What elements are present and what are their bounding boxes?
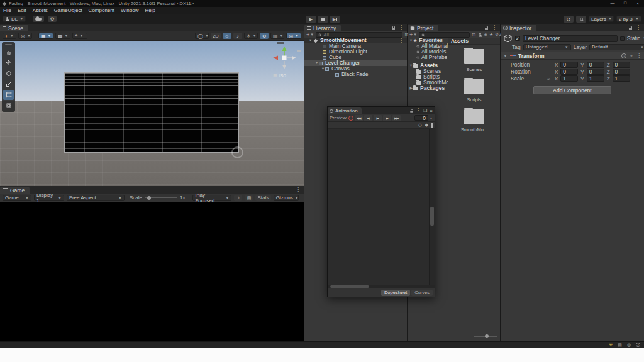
camera-view-dropdown[interactable]: ▥▼ — [270, 33, 284, 39]
render-doodad-dropdown[interactable]: ◯▼ — [195, 33, 209, 39]
menu-gameobject[interactable]: GameObject — [51, 8, 86, 13]
menu-window[interactable]: Window — [118, 8, 142, 13]
object-name-input[interactable] — [523, 35, 618, 42]
position-x-input[interactable] — [560, 62, 578, 68]
console-icon[interactable]: ▤ — [618, 343, 622, 348]
play-animation-button[interactable]: ▶ — [374, 115, 382, 121]
move-tool-button[interactable] — [3, 58, 14, 68]
game-gizmos-dropdown[interactable]: Gizmos▼ — [274, 195, 299, 201]
grid-item-scripts[interactable]: Scripts — [448, 79, 500, 102]
overlay-drag-handle[interactable] — [5, 44, 12, 45]
static-checkbox[interactable] — [620, 36, 625, 41]
active-checkbox[interactable]: ✓ — [515, 36, 520, 41]
favorite-all-prefabs[interactable]: All Prefabs — [408, 55, 448, 60]
activity-icon[interactable]: ✳ — [609, 343, 613, 348]
cloud-status-icon[interactable]: ◍ — [627, 343, 631, 348]
open-search-icon[interactable]: ⊞ — [472, 32, 476, 38]
rotate-tool-button[interactable] — [3, 69, 14, 79]
grid-item-smoothmovement[interactable]: SmoothMo... — [448, 109, 500, 133]
account-dropdown[interactable]: DL ▼ — [3, 16, 26, 22]
frame-input[interactable] — [414, 115, 428, 121]
packages-row[interactable]: ▶ Packages — [408, 85, 448, 91]
add-event-icon[interactable]: ◆ — [425, 123, 428, 128]
step-button[interactable]: ▶ — [330, 16, 340, 23]
settings-button[interactable]: ⚙ — [48, 16, 57, 22]
project-menu-icon[interactable]: ⋮ — [492, 25, 497, 30]
toggle-2d-button[interactable]: 2D — [211, 33, 221, 39]
foldout-icon[interactable]: ▼ — [409, 38, 413, 43]
hierarchy-item-level-changer[interactable]: ▼ Level Changer — [304, 60, 407, 66]
transform-header[interactable]: ▼ Transform ? ⌖ ⋮ — [501, 52, 644, 60]
effects-dropdown[interactable]: ✳▼ — [244, 33, 258, 39]
foldout-icon[interactable]: ▼ — [308, 38, 313, 43]
foldout-icon[interactable]: ▼ — [321, 66, 325, 72]
minimize-button[interactable]: — — [606, 1, 619, 6]
uniform-scale-link-icon[interactable]: ∞ — [547, 77, 552, 81]
lock-icon[interactable] — [629, 28, 632, 30]
rotation-z-input[interactable] — [613, 69, 630, 75]
prev-frame-button[interactable]: ◀ — [364, 115, 372, 121]
tab-scene[interactable]: Scene — [0, 25, 28, 31]
snap-settings-dropdown[interactable]: ▩▼ — [55, 33, 70, 39]
pause-button[interactable] — [318, 16, 328, 23]
display-target-dropdown[interactable]: Display 1▼ — [34, 195, 64, 201]
lock-icon[interactable] — [485, 28, 488, 30]
gizmos-dropdown[interactable]: ◎▼ — [286, 33, 301, 39]
filter-icon[interactable]: ▼ — [430, 116, 433, 120]
tab-animation[interactable]: Animation — [328, 107, 362, 114]
event-marker-icon[interactable] — [431, 123, 433, 128]
scale-slider-thumb[interactable] — [147, 196, 151, 200]
play-button[interactable]: ▶ — [306, 16, 316, 23]
goto-last-frame-button[interactable]: ▶▶ — [392, 115, 401, 121]
folder-scripts[interactable]: Scripts — [408, 74, 448, 80]
global-search-button[interactable] — [576, 16, 586, 23]
lock-icon[interactable] — [410, 111, 413, 113]
timeline-scrollbar-thumb[interactable] — [430, 207, 434, 226]
menu-assets[interactable]: Assets — [30, 8, 51, 13]
tag-dropdown[interactable]: Untagged▼ — [523, 44, 571, 50]
rotation-y-input[interactable] — [587, 69, 604, 75]
preview-toggle[interactable]: Preview — [330, 115, 347, 121]
scale-z-input[interactable] — [613, 75, 630, 82]
rotation-gizmo-circle[interactable] — [231, 146, 243, 158]
add-keyframe-icon[interactable]: ◇ — [418, 123, 421, 128]
layout-dropdown[interactable]: 2 by 3 ▼ — [616, 16, 641, 22]
layers-dropdown[interactable]: Layers ▼ — [589, 16, 614, 22]
animation-property-area[interactable] — [328, 129, 429, 285]
undo-history-button[interactable]: ↺ — [564, 16, 574, 23]
animation-timeline-area[interactable] — [429, 129, 435, 285]
animation-menu-icon[interactable]: ⋮ — [416, 108, 421, 113]
grid-zoom-slider[interactable] — [474, 334, 497, 339]
aspect-ratio-dropdown[interactable]: Free Aspect▼ — [67, 195, 125, 201]
close-window-icon[interactable]: × — [430, 108, 433, 114]
maximize-button[interactable]: □ — [619, 1, 631, 6]
transform-tool-button[interactable] — [3, 101, 14, 111]
hscrollbar-thumb[interactable] — [330, 285, 369, 288]
grid-visibility-dropdown[interactable]: ▦▼ — [38, 33, 53, 39]
goto-first-frame-button[interactable]: ◀◀ — [355, 115, 363, 121]
menu-file[interactable]: File — [0, 8, 14, 13]
game-menu-icon[interactable]: ⋮ — [296, 187, 301, 192]
scale-tool-button[interactable] — [3, 79, 14, 89]
tool-settings-dropdown[interactable]: ⌖▼ — [72, 33, 87, 39]
hierarchy-item-black-fade[interactable]: Black Fade — [304, 72, 407, 77]
scale-x-input[interactable] — [560, 75, 578, 82]
scale-slider[interactable] — [145, 195, 177, 201]
favorites-row[interactable]: ▼ ★ Favorites — [408, 38, 448, 43]
rotation-x-input[interactable] — [560, 69, 578, 75]
add-component-button[interactable]: Add Component — [533, 86, 611, 94]
scene-lighting-toggle[interactable]: ☼ — [223, 33, 231, 39]
curves-button[interactable]: Curves — [411, 290, 433, 296]
vsync-button[interactable]: ▤ — [245, 195, 253, 201]
favorite-star-icon[interactable]: ★ — [489, 32, 493, 37]
scene-viewport[interactable]: ▦ Iso — [0, 41, 304, 186]
menu-help[interactable]: Help — [142, 8, 158, 13]
gizmo-menu-handle[interactable] — [277, 42, 284, 44]
debug-mode-dropdown[interactable]: ◎▼ — [18, 33, 32, 39]
favorite-all-materials[interactable]: All Materials — [408, 43, 448, 49]
scene-row-menu-icon[interactable]: ⋮ — [399, 38, 404, 43]
hidden-objects-toggle[interactable]: ⊘ — [260, 33, 269, 39]
position-y-input[interactable] — [587, 62, 604, 68]
stats-button[interactable]: Stats — [255, 195, 270, 201]
tab-game[interactable]: Game — [0, 187, 30, 194]
